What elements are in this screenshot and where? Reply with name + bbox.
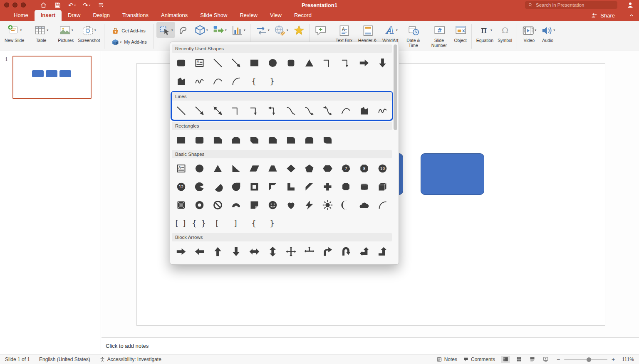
reading-view-button[interactable]: [528, 356, 537, 363]
symbol-button[interactable]: ΩSymbol: [495, 22, 514, 43]
action-button[interactable]: [290, 22, 307, 38]
shape-text-box[interactable]: A: [172, 159, 190, 177]
video-button[interactable]: ▾Video: [520, 22, 538, 43]
shape-left-up-arrow[interactable]: [355, 242, 373, 261]
shape-right-bracket[interactable]: ]: [227, 214, 245, 232]
tab-record[interactable]: Record: [288, 10, 318, 21]
zoom-slider-knob[interactable]: [587, 357, 591, 362]
shape-round-same-side-corners[interactable]: [300, 131, 318, 149]
slide-sorter-view-button[interactable]: [514, 356, 523, 363]
customize-quick-access-icon[interactable]: [97, 2, 104, 9]
shape-rectangle[interactable]: [245, 54, 263, 72]
shape-bent-up-arrow[interactable]: [373, 242, 391, 261]
tab-animations[interactable]: Animations: [155, 10, 194, 21]
shape-heart[interactable]: [282, 196, 300, 214]
shape-oval[interactable]: [190, 159, 208, 177]
tab-home[interactable]: Home: [7, 10, 35, 21]
shape-down-arrow[interactable]: [373, 54, 391, 72]
tab-view[interactable]: View: [264, 10, 288, 21]
text-box-button[interactable]: AText Box: [334, 22, 354, 43]
icons-button[interactable]: [175, 22, 191, 38]
tab-slide-show[interactable]: Slide Show: [194, 10, 233, 21]
shape-line[interactable]: [208, 54, 227, 72]
shape-u-turn-arrow[interactable]: [337, 242, 355, 261]
shape-rounded-rectangle[interactable]: [190, 131, 208, 149]
wordart-button[interactable]: A▾WordArt: [380, 22, 400, 43]
chart-button[interactable]: ▾: [229, 22, 248, 38]
share-button[interactable]: Share: [600, 12, 615, 19]
shape-left-right-arrow[interactable]: [245, 242, 263, 261]
shape-frame[interactable]: [245, 177, 263, 196]
collapse-ribbon-icon[interactable]: [628, 12, 635, 19]
shape-rectangle[interactable]: [172, 131, 190, 149]
shape-snip-and-round-single-corner[interactable]: [263, 131, 282, 149]
shape-dodecagon[interactable]: 12: [172, 177, 190, 196]
shape-line[interactable]: [172, 101, 190, 120]
shape-line-arrow[interactable]: [227, 54, 245, 72]
shape-up-arrow[interactable]: [208, 242, 227, 261]
shape-snip-single-corner[interactable]: [208, 131, 227, 149]
shape-smiley-face[interactable]: [263, 196, 282, 214]
shape-half-frame[interactable]: [263, 177, 282, 196]
normal-view-button[interactable]: [501, 356, 510, 363]
object-button[interactable]: Object: [452, 22, 468, 43]
shape-line-double-arrow[interactable]: [208, 101, 227, 120]
zoom-slider[interactable]: [564, 357, 607, 362]
shape-curved-double-arrow-connector[interactable]: [318, 101, 337, 120]
equation-button[interactable]: π▾Equation: [474, 22, 495, 43]
date-time-button[interactable]: Date & Time: [400, 22, 426, 48]
shape-left-right-up-arrow[interactable]: [300, 242, 318, 261]
shape-trapezoid[interactable]: [263, 159, 282, 177]
comments-toggle-button[interactable]: Comments: [463, 357, 495, 362]
get-addins-button[interactable]: Get Add-ins: [109, 26, 148, 35]
shape-octagon[interactable]: 8: [355, 159, 373, 177]
shape-round-diagonal-corners[interactable]: [318, 131, 337, 149]
shape-scribble[interactable]: [190, 72, 208, 90]
shape-diamond[interactable]: [282, 159, 300, 177]
close-window-button[interactable]: [4, 2, 9, 7]
shape-double-brace[interactable]: { }: [190, 214, 208, 232]
shape-elbow-arrow-connector[interactable]: [337, 54, 355, 72]
shape-freeform[interactable]: [172, 72, 190, 90]
shape-right-triangle[interactable]: [227, 159, 245, 177]
shape-snip-same-side-corners[interactable]: [227, 131, 245, 149]
tab-transitions[interactable]: Transitions: [116, 10, 155, 21]
comment-button[interactable]: [312, 22, 328, 38]
slide-shape-rounded-rectangle[interactable]: [421, 153, 484, 195]
screenshot-button[interactable]: ▾Screenshot: [76, 22, 102, 43]
tab-insert[interactable]: Insert: [35, 10, 62, 21]
shape-sun[interactable]: [318, 196, 337, 214]
shape-left-brace[interactable]: {: [245, 214, 263, 232]
shape-right-brace[interactable]: }: [263, 72, 282, 90]
accessibility-status[interactable]: Accessibility: Investigate: [99, 357, 161, 362]
shape-isosceles-triangle[interactable]: [300, 54, 318, 72]
shape-right-arrow[interactable]: [172, 242, 190, 261]
shape-right-arrow[interactable]: [355, 54, 373, 72]
search-box[interactable]: [525, 1, 617, 9]
shape-elbow-connector[interactable]: [227, 101, 245, 120]
shape-hexagon[interactable]: [318, 159, 337, 177]
shape-bent-arrow[interactable]: [318, 242, 337, 261]
new-slide-button[interactable]: ▾New Slide: [2, 22, 26, 43]
shape-can[interactable]: [355, 177, 373, 196]
maximize-window-button[interactable]: [21, 2, 26, 7]
shape-diagonal-stripe[interactable]: [300, 177, 318, 196]
shape-text-box[interactable]: A: [190, 54, 208, 72]
slide-1-thumbnail[interactable]: [12, 56, 92, 99]
shape-plaque[interactable]: [337, 177, 355, 196]
tab-draw[interactable]: Draw: [62, 10, 87, 21]
pictures-button[interactable]: ▾Pictures: [56, 22, 76, 43]
shape-rounded-rectangle[interactable]: [172, 54, 190, 72]
3d-models-button[interactable]: ▾: [191, 22, 210, 38]
shape-round-single-corner[interactable]: [282, 131, 300, 149]
table-button[interactable]: ▾Table: [32, 22, 50, 43]
shape-moon[interactable]: [337, 196, 355, 214]
zoom-out-button[interactable]: −: [556, 356, 561, 363]
search-input[interactable]: [535, 2, 607, 8]
shape-double-bracket[interactable]: [ ]: [172, 214, 190, 232]
shape-lightning-bolt[interactable]: [300, 196, 318, 214]
shapes-button[interactable]: ▾: [156, 22, 175, 38]
shape-curve[interactable]: [337, 101, 355, 120]
shape-curved-connector[interactable]: [282, 101, 300, 120]
undo-icon[interactable]: ↶▾: [68, 2, 76, 8]
